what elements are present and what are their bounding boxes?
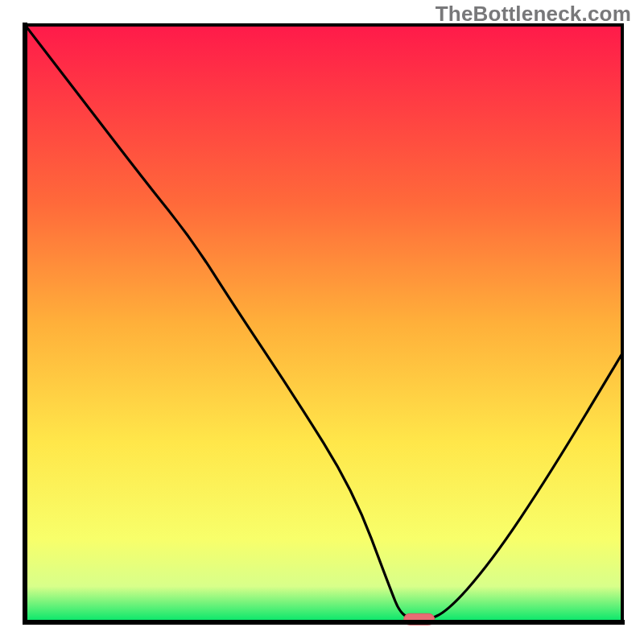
bottleneck-chart-svg bbox=[0, 0, 644, 644]
plot-background bbox=[25, 25, 622, 622]
watermark-text: TheBottleneck.com bbox=[436, 2, 631, 27]
chart-frame: TheBottleneck.com bbox=[0, 0, 644, 644]
